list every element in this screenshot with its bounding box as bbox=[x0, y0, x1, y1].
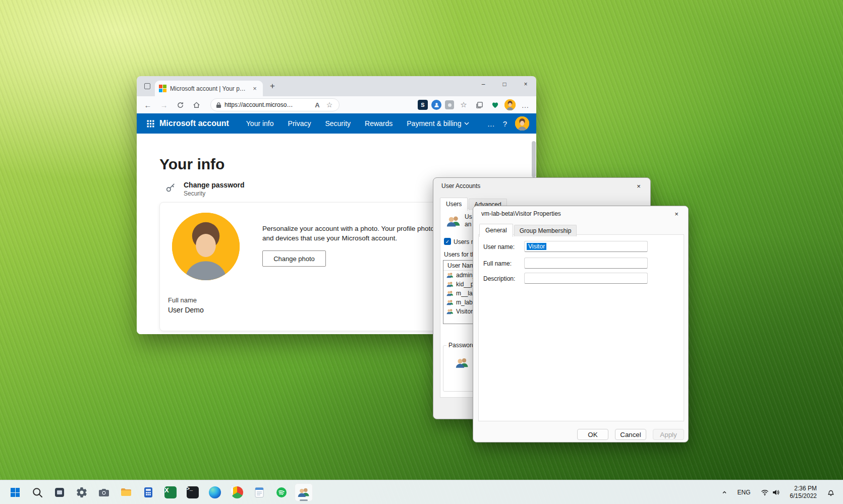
home-icon bbox=[193, 101, 200, 109]
clock-date: 6/15/2022 bbox=[790, 492, 817, 500]
full-name-input[interactable] bbox=[524, 258, 648, 269]
notepad-button[interactable] bbox=[250, 483, 268, 501]
clock-button[interactable]: 2:36 PM 6/15/2022 bbox=[788, 483, 819, 502]
tab-group-membership[interactable]: Group Membership bbox=[514, 225, 577, 236]
change-password-subtitle: Security bbox=[184, 190, 245, 197]
change-photo-button[interactable]: Change photo bbox=[262, 250, 326, 267]
page-title: Your info bbox=[159, 156, 224, 173]
gear-icon bbox=[76, 486, 88, 498]
users-intro-line1: Us bbox=[465, 213, 472, 220]
app-launcher-icon[interactable] bbox=[147, 120, 154, 128]
nav-privacy[interactable]: Privacy bbox=[288, 119, 311, 128]
chevron-up-icon bbox=[721, 489, 727, 495]
user-accounts-app-button[interactable] bbox=[295, 483, 313, 501]
properties-title: vm-lab-beta\Visitor Properties bbox=[481, 210, 561, 217]
ms-account-avatar[interactable] bbox=[515, 116, 529, 131]
folder-icon bbox=[120, 486, 132, 498]
chrome-icon bbox=[231, 486, 243, 498]
change-password-text: Change password Security bbox=[184, 181, 245, 197]
refresh-icon bbox=[177, 101, 184, 109]
new-tab-button[interactable]: + bbox=[266, 80, 279, 93]
change-password-row[interactable]: Change password Security bbox=[165, 181, 245, 197]
maximize-button[interactable]: □ bbox=[494, 76, 515, 92]
account-extension-icon[interactable] bbox=[431, 100, 441, 110]
edge-button[interactable] bbox=[206, 483, 224, 501]
search-button[interactable] bbox=[28, 483, 46, 501]
extension-s-icon[interactable]: S bbox=[418, 100, 428, 110]
ms-account-brand[interactable]: Microsoft account bbox=[159, 119, 229, 128]
browser-essentials-icon[interactable] bbox=[489, 99, 501, 111]
system-tray: ENG 2:36 PM 6/15/2022 bbox=[719, 483, 843, 502]
user-accounts-close-icon[interactable]: × bbox=[627, 178, 650, 194]
change-password-link[interactable]: Change password bbox=[184, 181, 245, 189]
nav-rewards[interactable]: Rewards bbox=[365, 119, 392, 128]
tab-general[interactable]: General bbox=[479, 224, 513, 237]
refresh-button[interactable] bbox=[173, 98, 187, 112]
full-name-label: Full name bbox=[168, 296, 197, 304]
nav-payment-billing[interactable]: Payment & billing bbox=[407, 119, 469, 128]
excel-icon: X bbox=[164, 486, 177, 498]
nav-security[interactable]: Security bbox=[325, 119, 351, 128]
back-button[interactable]: ← bbox=[141, 98, 155, 112]
pinned-app-button[interactable] bbox=[50, 483, 69, 501]
user-icon bbox=[446, 299, 454, 306]
url-text: https://account.microso… bbox=[224, 101, 310, 108]
notification-button[interactable] bbox=[825, 486, 837, 498]
user-name-input[interactable]: Visitor bbox=[524, 241, 648, 252]
require-password-checkbox[interactable]: ✓ bbox=[444, 238, 451, 245]
settings-button[interactable] bbox=[73, 483, 91, 501]
cancel-button[interactable]: Cancel bbox=[615, 429, 646, 440]
edge-icon bbox=[209, 486, 221, 498]
close-button[interactable]: × bbox=[515, 76, 536, 92]
windows-logo-icon bbox=[9, 486, 21, 498]
excel-button[interactable]: X bbox=[161, 483, 180, 501]
browser-tab[interactable]: Microsoft account | Your profile × bbox=[155, 81, 263, 96]
collections-icon[interactable] bbox=[473, 99, 485, 111]
read-aloud-icon[interactable]: A bbox=[313, 99, 322, 111]
address-bar[interactable]: https://account.microso… A ☆ bbox=[210, 98, 340, 111]
minimize-button[interactable]: – bbox=[473, 76, 494, 92]
volume-icon bbox=[772, 488, 780, 496]
properties-close-icon[interactable]: × bbox=[665, 206, 688, 221]
check-icon: ✓ bbox=[445, 239, 449, 244]
avatar-cartoon-icon bbox=[504, 99, 516, 110]
visitor-properties-dialog: vm-lab-beta\Visitor Properties × General… bbox=[473, 206, 689, 443]
calculator-button[interactable] bbox=[139, 483, 157, 501]
browser-profile-avatar[interactable] bbox=[504, 99, 516, 110]
password-users-icon bbox=[456, 356, 469, 369]
spotify-button[interactable] bbox=[272, 483, 291, 501]
nav-your-info[interactable]: Your info bbox=[246, 119, 274, 128]
tab-actions-button[interactable] bbox=[141, 80, 154, 93]
start-button[interactable] bbox=[6, 483, 24, 501]
forward-button[interactable]: → bbox=[157, 98, 171, 112]
help-icon[interactable]: ? bbox=[503, 119, 507, 128]
camera-button[interactable] bbox=[95, 483, 113, 501]
user-icon bbox=[446, 290, 454, 297]
photo-description-line1: Personalize your account with a photo. Y… bbox=[262, 225, 441, 232]
ms-more-icon[interactable]: … bbox=[487, 119, 495, 128]
browser-menu-icon[interactable]: … bbox=[519, 99, 531, 111]
nav-payment-billing-label: Payment & billing bbox=[407, 119, 461, 128]
notepad-icon bbox=[253, 486, 265, 498]
photo-description-line2: and devices that use your Microsoft acco… bbox=[262, 234, 397, 242]
scrollbar-thumb[interactable] bbox=[532, 141, 536, 177]
language-button[interactable]: ENG bbox=[736, 487, 753, 498]
extension-icon[interactable] bbox=[445, 100, 454, 109]
tab-actions-icon bbox=[144, 83, 150, 89]
file-explorer-button[interactable] bbox=[117, 483, 135, 501]
tray-overflow-button[interactable] bbox=[719, 487, 729, 497]
tab-close-icon[interactable]: × bbox=[251, 85, 259, 93]
quick-settings-button[interactable] bbox=[759, 486, 782, 498]
full-name-value: User Demo bbox=[168, 306, 204, 314]
terminal-button[interactable]: >_ bbox=[184, 483, 202, 501]
ok-button[interactable]: OK bbox=[577, 429, 608, 440]
favorites-icon[interactable]: ☆ bbox=[458, 99, 470, 111]
chrome-button[interactable] bbox=[228, 483, 246, 501]
home-button[interactable] bbox=[189, 98, 203, 112]
terminal-icon: >_ bbox=[187, 486, 199, 498]
add-favorite-star-icon[interactable]: ☆ bbox=[325, 99, 334, 111]
description-label: Description: bbox=[483, 275, 515, 282]
description-input[interactable] bbox=[524, 273, 648, 284]
tab-users[interactable]: Users bbox=[440, 198, 468, 211]
apply-button[interactable]: Apply bbox=[653, 429, 684, 440]
